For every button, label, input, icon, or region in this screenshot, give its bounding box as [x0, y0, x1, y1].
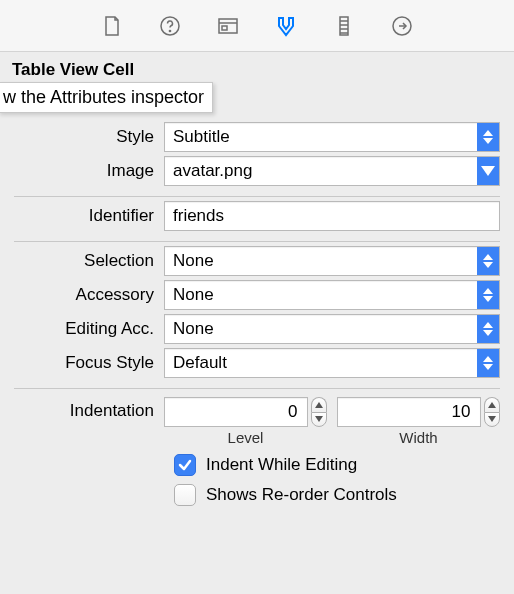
divider — [14, 241, 500, 242]
style-dropdown-toggle[interactable] — [477, 123, 499, 151]
image-label: Image — [14, 161, 154, 181]
indent-width-sublabel: Width — [399, 429, 437, 446]
divider — [14, 388, 500, 389]
svg-point-1 — [169, 30, 170, 31]
image-dropdown-toggle[interactable] — [477, 157, 499, 185]
indentation-label: Indentation — [14, 397, 154, 421]
stepper-down[interactable] — [484, 412, 500, 428]
identity-icon[interactable] — [215, 13, 241, 39]
editing-acc-label: Editing Acc. — [14, 319, 154, 339]
accessory-select[interactable] — [164, 280, 500, 310]
editing-acc-dropdown-toggle[interactable] — [477, 315, 499, 343]
selection-dropdown-toggle[interactable] — [477, 247, 499, 275]
shows-reorder-checkbox[interactable] — [174, 484, 196, 506]
indent-while-editing-label: Indent While Editing — [206, 455, 357, 475]
divider — [14, 196, 500, 197]
inspector-toolbar — [0, 0, 514, 52]
editing-acc-select[interactable] — [164, 314, 500, 344]
size-icon[interactable] — [331, 13, 357, 39]
indent-width-input[interactable] — [337, 397, 481, 427]
focus-style-select[interactable] — [164, 348, 500, 378]
accessory-label: Accessory — [14, 285, 154, 305]
accessory-dropdown-toggle[interactable] — [477, 281, 499, 309]
file-icon[interactable] — [99, 13, 125, 39]
style-label: Style — [14, 127, 154, 147]
selection-label: Selection — [14, 251, 154, 271]
section-title: Table View Cell — [12, 60, 134, 80]
focus-style-label: Focus Style — [14, 353, 154, 373]
indent-level-sublabel: Level — [228, 429, 264, 446]
focus-style-dropdown-toggle[interactable] — [477, 349, 499, 377]
shows-reorder-label: Shows Re-order Controls — [206, 485, 397, 505]
identifier-label: Identifier — [14, 206, 154, 226]
style-select[interactable] — [164, 122, 500, 152]
indent-while-editing-checkbox[interactable] — [174, 454, 196, 476]
stepper-down[interactable] — [311, 412, 327, 428]
selection-select[interactable] — [164, 246, 500, 276]
indent-level-input[interactable] — [164, 397, 308, 427]
stepper-up[interactable] — [311, 397, 327, 412]
indent-width-stepper[interactable] — [484, 397, 500, 427]
svg-rect-3 — [222, 26, 227, 30]
tooltip: w the Attributes inspector — [0, 82, 213, 113]
connections-icon[interactable] — [389, 13, 415, 39]
indent-level-stepper[interactable] — [311, 397, 327, 427]
attributes-icon[interactable] — [273, 13, 299, 39]
image-select[interactable] — [164, 156, 500, 186]
stepper-up[interactable] — [484, 397, 500, 412]
identifier-input[interactable] — [164, 201, 500, 231]
help-icon[interactable] — [157, 13, 183, 39]
